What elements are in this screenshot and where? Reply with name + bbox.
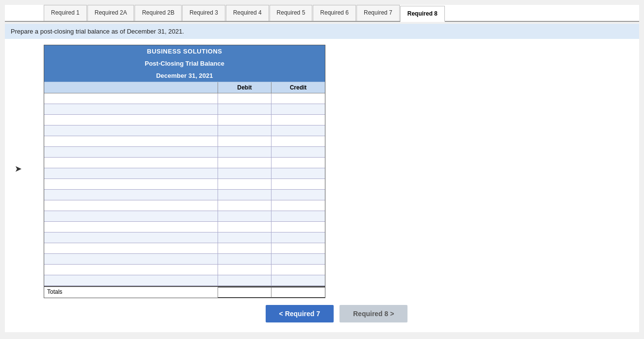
cell-account[interactable] bbox=[44, 254, 218, 264]
cell-debit[interactable] bbox=[218, 211, 271, 221]
col-header-account bbox=[44, 82, 218, 93]
cell-credit[interactable] bbox=[271, 265, 325, 275]
cell-debit[interactable] bbox=[218, 200, 271, 211]
cell-debit[interactable] bbox=[218, 190, 271, 200]
cell-account[interactable] bbox=[44, 275, 218, 285]
table-row bbox=[44, 115, 325, 125]
cell-account[interactable] bbox=[44, 147, 218, 157]
cell-account[interactable] bbox=[44, 158, 218, 168]
cell-account[interactable] bbox=[44, 265, 218, 275]
totals-debit[interactable] bbox=[218, 287, 271, 298]
cell-account[interactable] bbox=[44, 200, 218, 211]
cell-account[interactable] bbox=[44, 125, 218, 136]
totals-row: Totals bbox=[44, 286, 325, 298]
tab-required6[interactable]: Required 6 bbox=[313, 5, 356, 21]
table-row bbox=[44, 158, 325, 168]
cell-debit[interactable] bbox=[218, 222, 271, 232]
table-row bbox=[44, 179, 325, 190]
prev-button[interactable]: < Required 7 bbox=[266, 305, 334, 322]
cell-account[interactable] bbox=[44, 190, 218, 200]
cell-account[interactable] bbox=[44, 93, 218, 104]
tab-required4[interactable]: Required 4 bbox=[226, 5, 269, 21]
tab-required8[interactable]: Required 8 bbox=[400, 6, 445, 22]
tab-required2b[interactable]: Required 2B bbox=[135, 5, 182, 21]
table-row bbox=[44, 222, 325, 232]
cell-debit[interactable] bbox=[218, 254, 271, 264]
tab-required1[interactable]: Required 1 bbox=[44, 5, 87, 21]
cell-account[interactable] bbox=[44, 104, 218, 114]
table-row bbox=[44, 104, 325, 115]
table-title2: Post-Closing Trial Balance bbox=[44, 57, 325, 70]
cell-credit[interactable] bbox=[271, 115, 325, 125]
content-area: BUSINESS SOLUTIONS Post-Closing Trial Ba… bbox=[5, 39, 639, 332]
cell-account[interactable] bbox=[44, 211, 218, 221]
tabs-row: Required 1 Required 2A Required 2B Requi… bbox=[5, 5, 639, 22]
col-header-debit: Debit bbox=[218, 82, 271, 93]
cell-account[interactable] bbox=[44, 232, 218, 243]
page-container: ➤ Required 1 Required 2A Required 2B Req… bbox=[5, 5, 639, 332]
table-row bbox=[44, 190, 325, 200]
table-row bbox=[44, 125, 325, 136]
cell-account[interactable] bbox=[44, 168, 218, 178]
cell-account[interactable] bbox=[44, 179, 218, 189]
cell-account[interactable] bbox=[44, 222, 218, 232]
table-row bbox=[44, 243, 325, 254]
cell-debit[interactable] bbox=[218, 125, 271, 136]
tab-required2a[interactable]: Required 2A bbox=[87, 5, 135, 21]
table-row bbox=[44, 275, 325, 286]
table-row bbox=[44, 136, 325, 147]
cell-credit[interactable] bbox=[271, 158, 325, 168]
table-title3: December 31, 2021 bbox=[44, 70, 325, 82]
cell-credit[interactable] bbox=[271, 147, 325, 157]
cell-credit[interactable] bbox=[271, 275, 325, 285]
cell-debit[interactable] bbox=[218, 93, 271, 104]
cell-credit[interactable] bbox=[271, 222, 325, 232]
table-title1: BUSINESS SOLUTIONS bbox=[44, 45, 325, 57]
cell-debit[interactable] bbox=[218, 136, 271, 146]
data-rows bbox=[44, 93, 325, 286]
tab-required3[interactable]: Required 3 bbox=[182, 5, 225, 21]
cell-credit[interactable] bbox=[271, 254, 325, 264]
table-row bbox=[44, 232, 325, 243]
totals-credit[interactable] bbox=[271, 287, 325, 298]
cell-debit[interactable] bbox=[218, 168, 271, 178]
cell-debit[interactable] bbox=[218, 147, 271, 157]
nav-buttons: < Required 7 Required 8 > bbox=[44, 305, 629, 322]
cell-credit[interactable] bbox=[271, 232, 325, 243]
cell-credit[interactable] bbox=[271, 211, 325, 221]
table-row bbox=[44, 168, 325, 179]
cell-debit[interactable] bbox=[218, 115, 271, 125]
cell-debit[interactable] bbox=[218, 104, 271, 114]
cell-debit[interactable] bbox=[218, 232, 271, 243]
cell-debit[interactable] bbox=[218, 265, 271, 275]
cell-debit[interactable] bbox=[218, 243, 271, 253]
cell-credit[interactable] bbox=[271, 104, 325, 114]
tab-required5[interactable]: Required 5 bbox=[270, 5, 313, 21]
totals-label: Totals bbox=[44, 287, 218, 298]
column-header-row: Debit Credit bbox=[44, 82, 325, 93]
tab-required7[interactable]: Required 7 bbox=[356, 5, 400, 21]
cell-debit[interactable] bbox=[218, 275, 271, 285]
next-button[interactable]: Required 8 > bbox=[339, 305, 407, 322]
trial-balance-table: BUSINESS SOLUTIONS Post-Closing Trial Ba… bbox=[44, 45, 325, 298]
cell-account[interactable] bbox=[44, 136, 218, 146]
cell-credit[interactable] bbox=[271, 190, 325, 200]
cell-debit[interactable] bbox=[218, 179, 271, 189]
instruction-bar: Prepare a post-closing trial balance as … bbox=[5, 24, 639, 39]
cell-credit[interactable] bbox=[271, 200, 325, 211]
table-row bbox=[44, 265, 325, 275]
left-arrow-icon[interactable]: ➤ bbox=[15, 163, 22, 174]
col-header-credit: Credit bbox=[271, 82, 325, 93]
cell-credit[interactable] bbox=[271, 93, 325, 104]
table-row bbox=[44, 200, 325, 211]
cell-account[interactable] bbox=[44, 115, 218, 125]
instruction-text: Prepare a post-closing trial balance as … bbox=[11, 28, 184, 35]
cell-credit[interactable] bbox=[271, 125, 325, 136]
cell-credit[interactable] bbox=[271, 179, 325, 189]
cell-credit[interactable] bbox=[271, 243, 325, 253]
cell-debit[interactable] bbox=[218, 158, 271, 168]
table-row bbox=[44, 93, 325, 104]
cell-credit[interactable] bbox=[271, 136, 325, 146]
cell-credit[interactable] bbox=[271, 168, 325, 178]
cell-account[interactable] bbox=[44, 243, 218, 253]
